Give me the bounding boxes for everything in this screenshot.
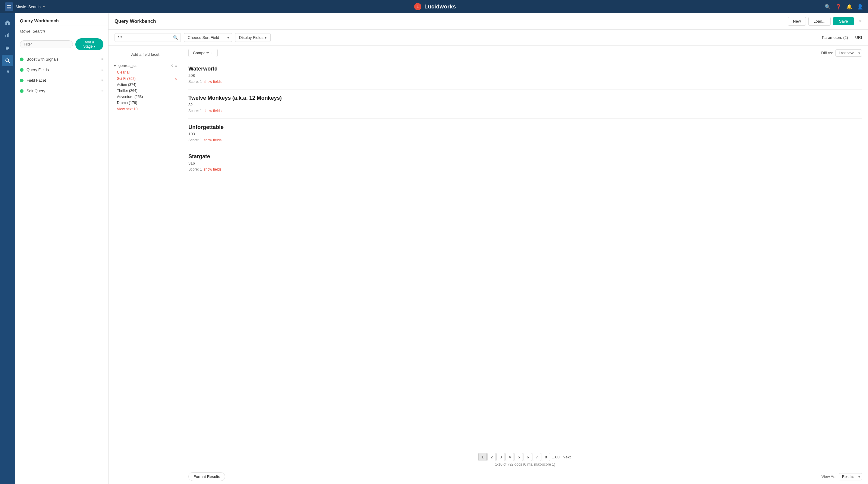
facet-group-header[interactable]: ▼ genres_ss ✕ ≡: [108, 61, 182, 70]
compare-plus-icon: +: [211, 51, 213, 55]
stage-handle[interactable]: ≡: [101, 57, 103, 61]
app-layout: Query Workbench Movie_Search Add a Stage…: [0, 13, 868, 484]
logo-icon: L: [413, 2, 422, 11]
show-fields-link[interactable]: show fields: [204, 109, 221, 113]
parameters-link[interactable]: Parameters (2): [822, 35, 848, 40]
stage-handle[interactable]: ≡: [101, 78, 103, 83]
app-name-label[interactable]: Movie_Search: [16, 4, 41, 9]
logo: L Lucidworks: [413, 2, 456, 11]
user-icon[interactable]: 👤: [857, 4, 863, 10]
stage-dot: [20, 79, 24, 82]
stage-item-query-fields[interactable]: Query Fields ≡: [15, 64, 108, 75]
score-label: Score: 1: [188, 167, 202, 172]
query-bar-section: 🔍 Choose Sort Field Display Fields ▾ Par…: [108, 30, 868, 46]
svg-rect-11: [6, 48, 9, 49]
pipeline-filter-input[interactable]: [20, 40, 73, 48]
close-button[interactable]: ×: [859, 18, 862, 24]
pagination-info: 1-10 of 792 docs (0 ms, max-score 1): [495, 462, 555, 466]
facet-close-icon[interactable]: ✕: [170, 64, 173, 68]
save-button[interactable]: Save: [833, 17, 854, 25]
show-fields-link[interactable]: show fields: [204, 80, 221, 84]
result-title[interactable]: Waterworld: [188, 66, 862, 72]
sidebar-analytics[interactable]: [2, 30, 13, 41]
stage-item-solr-query[interactable]: Solr Query ≡: [15, 86, 108, 96]
search-input[interactable]: [115, 33, 170, 41]
add-field-facet-link[interactable]: Add a field facet: [131, 52, 159, 57]
stage-handle[interactable]: ≡: [101, 68, 103, 72]
sidebar-documents[interactable]: [2, 42, 13, 54]
stage-label: Query Fields: [27, 67, 98, 72]
diff-select[interactable]: Last save: [835, 50, 862, 57]
format-results-button[interactable]: Format Results: [188, 472, 225, 481]
compare-button[interactable]: Compare +: [188, 49, 218, 57]
svg-line-14: [8, 61, 10, 63]
facet-item-label: Sci-Fi (792): [117, 77, 175, 81]
new-button[interactable]: New: [788, 17, 806, 26]
show-fields-link[interactable]: show fields: [204, 167, 221, 172]
result-title[interactable]: Unforgettable: [188, 124, 862, 130]
view-as-select[interactable]: Results: [839, 473, 862, 480]
stage-item-field-facet[interactable]: Field Facet ≡: [15, 75, 108, 86]
stage-dot: [20, 58, 24, 61]
facet-group-genres: ▼ genres_ss ✕ ≡ Clear all Sci-Fi (792) ✕: [108, 60, 182, 115]
sidebar-home[interactable]: [2, 17, 13, 28]
stage-list: Boost with Signals ≡ Query Fields ≡ Fiel…: [15, 53, 108, 484]
stage-handle[interactable]: ≡: [101, 89, 103, 93]
page-btn-1[interactable]: 1: [478, 453, 487, 461]
app-dropdown-arrow[interactable]: ▾: [43, 5, 45, 9]
stage-dot: [20, 68, 24, 72]
result-meta: Score: 1 show fields: [188, 138, 862, 142]
add-field-facet: Add a field facet: [108, 50, 182, 60]
view-as-section: View As: Results: [821, 473, 862, 480]
page-btn-3[interactable]: 3: [496, 453, 505, 461]
load-button[interactable]: Load...: [808, 17, 831, 26]
svg-rect-9: [6, 46, 8, 47]
page-btn-8[interactable]: 8: [541, 453, 550, 461]
display-fields-arrow: ▾: [265, 35, 267, 40]
workbench-title: Query Workbench: [20, 18, 59, 23]
svg-rect-8: [8, 33, 9, 37]
facet-item-adventure[interactable]: Adventure (253): [117, 94, 177, 100]
sidebar-wrench[interactable]: [2, 67, 13, 79]
sort-field-select[interactable]: Choose Sort Field: [184, 33, 232, 42]
logo-text: Lucidworks: [424, 4, 456, 10]
facet-item-scifi[interactable]: Sci-Fi (792) ✕: [117, 75, 177, 82]
facet-item-drama[interactable]: Drama (179): [117, 100, 177, 106]
add-stage-button[interactable]: Add a Stage ▾: [75, 38, 103, 50]
result-title[interactable]: Twelve Monkeys (a.k.a. 12 Monkeys): [188, 95, 862, 101]
page-btn-4[interactable]: 4: [505, 453, 514, 461]
facet-item-action[interactable]: Action (374): [117, 82, 177, 88]
result-title[interactable]: Stargate: [188, 153, 862, 160]
facet-remove-icon[interactable]: ✕: [175, 77, 177, 81]
clear-all-link[interactable]: Clear all: [117, 70, 177, 74]
facet-group-content: Clear all Sci-Fi (792) ✕ Action (374) Th…: [108, 70, 182, 114]
display-fields-button[interactable]: Display Fields ▾: [235, 33, 271, 42]
help-icon[interactable]: ❓: [835, 4, 841, 10]
result-id: 103: [188, 132, 862, 136]
show-fields-link[interactable]: show fields: [204, 138, 221, 142]
result-meta: Score: 1 show fields: [188, 109, 862, 113]
stage-item-boost[interactable]: Boost with Signals ≡: [15, 54, 108, 64]
view-next-link[interactable]: View next 10: [117, 107, 177, 111]
page-btn-2[interactable]: 2: [487, 453, 496, 461]
page-btn-ellipsis[interactable]: ...80: [551, 453, 561, 461]
facet-item-thriller[interactable]: Thriller (264): [117, 88, 177, 94]
page-btn-7[interactable]: 7: [532, 453, 541, 461]
diff-label: Diff vs:: [821, 51, 833, 55]
facet-item-label: Action (374): [117, 83, 177, 87]
page-btn-next[interactable]: Next: [561, 453, 572, 461]
search-icon[interactable]: 🔍: [825, 4, 831, 10]
sidebar-search[interactable]: [2, 55, 13, 66]
page-btn-5[interactable]: 5: [515, 453, 523, 461]
stage-label: Field Facet: [27, 78, 98, 83]
stage-dot: [20, 89, 24, 93]
svg-text:L: L: [416, 4, 419, 9]
facet-menu-icon[interactable]: ≡: [175, 64, 177, 68]
score-label: Score: 1: [188, 80, 202, 84]
page-btn-6[interactable]: 6: [524, 453, 532, 461]
notification-icon[interactable]: 🔔: [846, 4, 852, 10]
search-button[interactable]: 🔍: [170, 34, 181, 41]
uri-link[interactable]: URI: [855, 35, 862, 40]
page-numbers: 1 2 3 4 5 6 7 8 ...80 Next: [478, 453, 572, 461]
svg-rect-2: [7, 7, 9, 8]
